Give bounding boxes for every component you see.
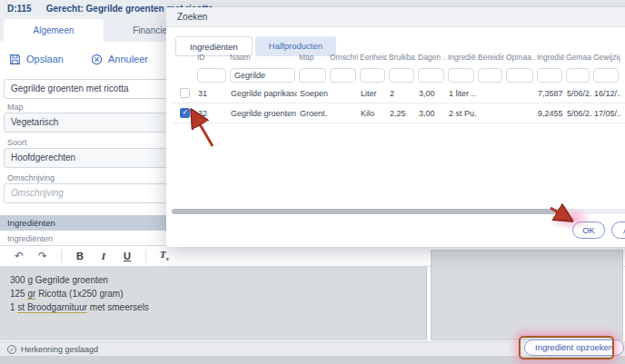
check-circle-icon: ✓ (7, 345, 16, 354)
scrollbar-thumb[interactable] (172, 209, 561, 214)
cancel-label: Annuleer (108, 54, 148, 64)
col-header-bereiding[interactable]: Bereiding (476, 51, 504, 64)
cancel-icon (91, 54, 103, 65)
bold-icon[interactable]: B (70, 251, 90, 261)
redo-icon[interactable]: ↷ (33, 250, 53, 262)
editor-line: 1 st Broodgarnituur met smeersels (10, 300, 426, 314)
filter-input-ingredient2[interactable] (537, 68, 562, 83)
col-header-dagen[interactable]: Dagen ... (416, 51, 446, 64)
col-header-ingredient[interactable]: Ingredië... (446, 51, 476, 64)
status-text: Herkenning geslaagd (21, 345, 98, 354)
filter-input-ingredient[interactable] (448, 68, 474, 83)
secondary-editor-panel[interactable] (431, 250, 623, 340)
ok-button[interactable]: OK (572, 221, 605, 239)
search-results-grid: ID Naam Map Omschri... Eenheid Bruikba..… (172, 51, 625, 123)
filter-input-dagen[interactable] (418, 68, 444, 83)
save-icon (9, 54, 21, 65)
clear-formatting-icon[interactable]: Tx (154, 249, 174, 262)
filter-input-id[interactable] (197, 68, 226, 83)
filter-input-bereiding[interactable] (478, 68, 502, 83)
col-header-naam[interactable]: Naam (228, 51, 297, 64)
soort-label: Soort (7, 138, 27, 147)
record-id: D:115 (7, 4, 32, 14)
omschrijving-placeholder: Omschrijving (11, 188, 64, 198)
col-header-check (172, 51, 195, 64)
table-row[interactable]: 32 Gegrilde groenten Groent... Kilo 2,25… (172, 103, 625, 123)
dialog-title[interactable]: Zoeken (166, 7, 625, 27)
col-header-omschrijving[interactable]: Omschri... (328, 51, 358, 64)
ingredients-sub-label: Ingrediënten (7, 234, 53, 243)
row-checkbox[interactable] (180, 88, 190, 98)
filter-input-map[interactable] (299, 68, 326, 83)
horizontal-scrollbar[interactable] (172, 209, 625, 214)
filter-input-gewijzigd[interactable] (593, 68, 619, 83)
dialog-cancel-button[interactable]: Annuleer (611, 221, 625, 239)
save-label: Opslaan (26, 54, 64, 64)
bottom-strip (0, 356, 625, 364)
filter-input-opmaak[interactable] (506, 68, 533, 83)
undo-icon[interactable]: ↶ (9, 250, 29, 262)
ingredients-editor[interactable]: 300 g Gegrilde groenten 125 gr Ricotta (… (0, 267, 427, 340)
col-header-ingredient2[interactable]: Ingredië... (535, 51, 564, 64)
col-header-opmaak[interactable]: Opmaa... (504, 51, 535, 64)
editor-line: 125 gr Ricotta (1x250 gram) (10, 287, 426, 300)
map-label: Map (7, 103, 24, 112)
ingredient-lookup-button[interactable]: Ingrediënt opzoeken (524, 339, 624, 356)
underline-icon[interactable]: U (117, 251, 137, 261)
grid-filter-row (172, 64, 625, 84)
save-button[interactable]: Opslaan (9, 54, 64, 65)
col-header-gewijzigd[interactable]: Gewijzig... (591, 51, 620, 64)
row-checkbox[interactable] (180, 108, 190, 118)
omschrijving-label: Omschrijving (7, 173, 55, 182)
filter-input-naam[interactable] (230, 68, 295, 83)
col-header-eenheid[interactable]: Eenheid (358, 51, 387, 64)
tab-algemeen[interactable]: Algemeen (4, 19, 104, 42)
col-header-map[interactable]: Map (297, 51, 328, 64)
toolbar-divider (145, 250, 146, 262)
filter-input-gemaakt[interactable] (566, 68, 590, 83)
col-header-id[interactable]: ID (195, 51, 228, 64)
toolbar-divider (61, 250, 62, 262)
filter-input-bruikbaar[interactable] (389, 68, 414, 83)
grid-header-row: ID Naam Map Omschri... Eenheid Bruikba..… (172, 51, 625, 64)
col-header-bruikbaar[interactable]: Bruikba... (387, 51, 416, 64)
cancel-button[interactable]: Annuleer (91, 54, 148, 65)
editor-line: 300 g Gegrilde groenten (10, 273, 426, 287)
col-header-gemaakt[interactable]: Gemaak... (564, 51, 591, 64)
zoeken-dialog: Zoeken Ingrediënten Halfproducten ID Naa… (166, 7, 625, 247)
filter-input-eenheid[interactable] (360, 68, 385, 83)
table-row[interactable]: 31 Gegrilde paprikasoep Soepen Liter 2 3… (172, 84, 625, 103)
recognition-status: ✓ Herkenning geslaagd (7, 345, 98, 354)
filter-input-omschrijving[interactable] (330, 68, 356, 83)
italic-icon[interactable]: I (94, 251, 114, 261)
